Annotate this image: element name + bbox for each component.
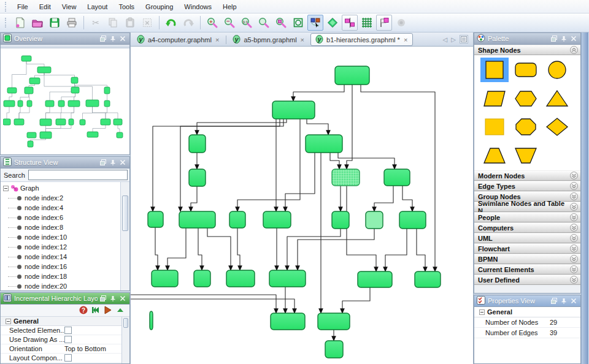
pin-icon[interactable] <box>109 158 117 167</box>
graph-node-K[interactable] <box>263 211 291 228</box>
graph-node-N[interactable] <box>399 211 426 229</box>
graph-node-S[interactable] <box>358 271 392 287</box>
graph-node-V[interactable] <box>271 313 305 330</box>
collapse-general-icon[interactable] <box>6 319 11 324</box>
expand-section-icon[interactable] <box>570 203 578 211</box>
close-icon[interactable] <box>118 294 127 303</box>
expand-section-icon[interactable] <box>570 245 578 252</box>
close-icon[interactable] <box>118 158 127 167</box>
expand-section-icon[interactable] <box>570 224 578 232</box>
graph-node-G[interactable] <box>384 169 410 186</box>
expand-section-icon[interactable] <box>570 172 578 180</box>
tab-a4-computer.graphml[interactable]: ya4-computer.graphml× <box>133 34 224 46</box>
tab-prev-icon[interactable]: ◁ <box>443 36 448 43</box>
palette-shape-trapezoid[interactable] <box>480 143 509 168</box>
graph-node-J[interactable] <box>229 211 245 228</box>
palette-section-current-elements[interactable]: Current Elements <box>474 264 580 275</box>
reset-icon[interactable] <box>91 306 100 316</box>
float-icon[interactable] <box>550 34 558 43</box>
graph-node-L[interactable] <box>332 211 349 229</box>
setting-checkbox[interactable] <box>64 327 72 334</box>
graph-node-H[interactable] <box>148 211 163 227</box>
tree-item[interactable]: node index:6 <box>1 213 120 222</box>
expand-section-icon[interactable] <box>570 276 578 284</box>
grid-icon[interactable] <box>359 15 375 31</box>
collapse-panel-icon[interactable] <box>116 306 125 316</box>
new-file-icon[interactable] <box>12 15 28 31</box>
expand-section-icon[interactable] <box>570 213 578 221</box>
tab-b1-hierarchies.graphml[interactable]: yb1-hierarchies.graphml *× <box>310 33 413 46</box>
tab-next-icon[interactable]: ▷ <box>451 36 456 43</box>
float-icon[interactable] <box>99 294 107 303</box>
menu-item-tools[interactable]: Tools <box>113 1 140 12</box>
graph-node-E[interactable] <box>189 169 206 186</box>
open-icon[interactable] <box>29 15 45 31</box>
float-icon[interactable] <box>99 158 107 167</box>
undo-icon[interactable] <box>163 15 179 31</box>
menu-item-layout[interactable]: Layout <box>82 1 113 12</box>
zoom-selection-icon[interactable] <box>273 15 289 31</box>
fit-content-icon[interactable] <box>290 15 306 31</box>
tree-root-graph[interactable]: Graph <box>1 183 120 193</box>
palette-shape-parallelogram[interactable] <box>480 86 509 111</box>
palette-shape-hexagon[interactable] <box>512 86 540 111</box>
layout-scrollbar[interactable] <box>121 317 129 363</box>
tree-item[interactable]: node index:16 <box>1 262 120 271</box>
graph-node-R[interactable] <box>269 270 306 287</box>
zoom-out-icon[interactable]: − <box>221 15 237 31</box>
graph-node-P[interactable] <box>194 270 210 287</box>
layout-section-general[interactable]: General <box>1 317 129 326</box>
tree-item[interactable]: node index:4 <box>1 203 120 213</box>
graph-node-D[interactable] <box>306 135 342 153</box>
graph-node-M[interactable] <box>366 211 383 229</box>
print-icon[interactable] <box>64 15 80 31</box>
tab-close-icon[interactable]: × <box>403 36 408 44</box>
palette-section-bpmn[interactable]: BPMN <box>474 254 580 264</box>
float-icon[interactable] <box>550 297 558 305</box>
expand-section-icon[interactable] <box>570 255 578 263</box>
palette-shape-octagon[interactable] <box>512 115 540 139</box>
float-icon[interactable] <box>99 34 107 43</box>
palette-shape-ellipse[interactable] <box>543 58 571 82</box>
expand-section-icon[interactable] <box>570 234 578 242</box>
palette-shape-diamond[interactable] <box>543 115 571 139</box>
expand-section-icon[interactable] <box>570 192 578 200</box>
tab-close-icon[interactable]: × <box>300 36 305 44</box>
graph-node-Q[interactable] <box>226 270 255 287</box>
collapse-section-icon[interactable] <box>570 46 578 54</box>
search-input[interactable] <box>28 170 128 180</box>
run-layout-icon[interactable] <box>104 306 112 316</box>
tree-scrollbar-thumb[interactable] <box>122 195 128 231</box>
setting-checkbox[interactable] <box>64 354 72 362</box>
palette-section-modern-nodes[interactable]: Modern Nodes <box>474 170 580 181</box>
graph-node-W[interactable] <box>318 313 350 330</box>
palette-section-user-defined[interactable]: User Defined <box>474 275 580 285</box>
tree-item[interactable]: node index:14 <box>1 252 120 262</box>
palette-section-uml[interactable]: UML <box>474 233 580 243</box>
tree-item[interactable]: node index:2 <box>1 193 120 203</box>
palette-section-flowchart[interactable]: Flowchart <box>474 243 580 254</box>
overview-minimap[interactable] <box>3 53 126 151</box>
palette-section-shape-nodes[interactable]: Shape Nodes <box>474 45 580 55</box>
graph-node-A[interactable] <box>335 66 369 85</box>
tree-item[interactable]: node index:20 <box>1 281 120 290</box>
palette-shape-triangle[interactable] <box>543 86 571 111</box>
graph-node-B[interactable] <box>272 101 315 119</box>
tree-scrollbar[interactable] <box>120 182 129 290</box>
palette-shape-plain-rectangle[interactable] <box>480 115 509 139</box>
zoom-fit-icon[interactable] <box>256 15 272 31</box>
layout-scrollbar-thumb[interactable] <box>123 318 128 328</box>
menu-item-edit[interactable]: Edit <box>34 1 56 12</box>
graph-node-U[interactable] <box>150 311 153 330</box>
pin-icon[interactable] <box>560 34 568 43</box>
graph-node-F[interactable] <box>332 169 360 186</box>
palette-section-people[interactable]: People <box>474 212 580 222</box>
zoom-original-icon[interactable]: 1:1 <box>239 15 255 31</box>
graph-node-C[interactable] <box>189 135 206 153</box>
graph-node-O[interactable] <box>152 270 178 287</box>
menu-item-windows[interactable]: Windows <box>179 1 217 12</box>
graph-node-X[interactable] <box>325 341 343 358</box>
close-icon[interactable] <box>569 34 578 43</box>
save-icon[interactable] <box>47 15 63 31</box>
palette-shape-round-rectangle[interactable] <box>512 58 540 82</box>
